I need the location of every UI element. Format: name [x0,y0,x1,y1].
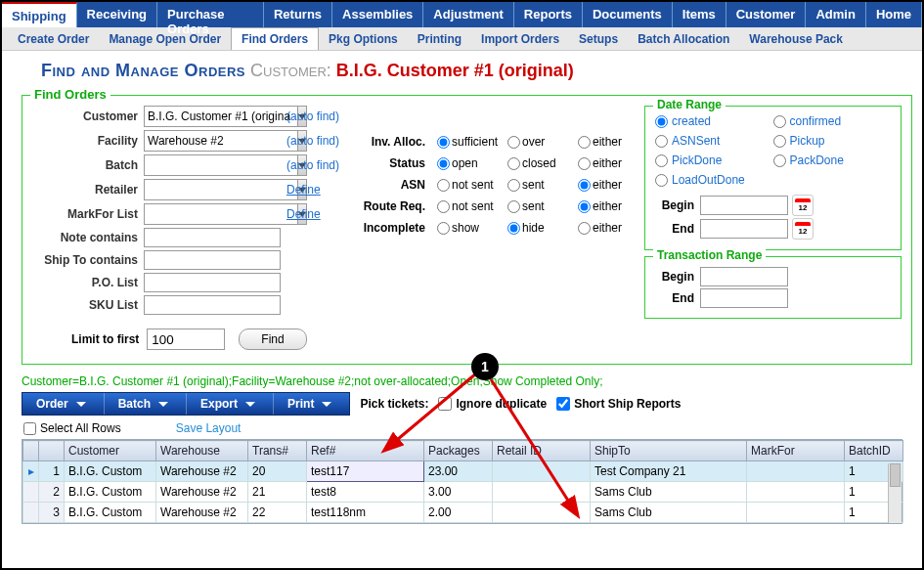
svg-line-1 [491,379,577,514]
annotation-marker-1: 1 [471,353,499,380]
svg-line-0 [385,373,476,450]
annotation-arrows [2,2,924,570]
